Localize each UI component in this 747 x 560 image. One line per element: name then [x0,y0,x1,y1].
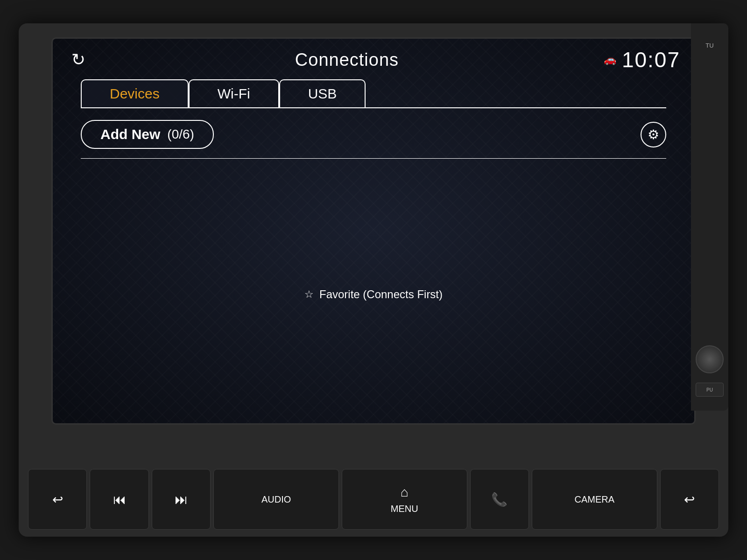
favorite-hint: ☆ Favorite (Connects First) [304,288,443,301]
bottom-controls: ↩ ⏮ ⏭ AUDIO ⌂ MENU 📞 CAMERA ↩ [19,462,728,537]
phone-icon: 📞 [491,492,507,507]
gear-icon: ⚙ [648,127,659,142]
driving-icon: 🚗 [604,54,616,66]
head-unit: ↺ Connections 🚗 10:07 Devices Wi-Fi USB [19,23,728,537]
tab-wifi[interactable]: Wi-Fi [189,79,279,107]
back-control-button[interactable]: ↩ [660,469,719,530]
screen-title: Connections [295,50,399,70]
header-status: 🚗 10:07 [604,47,680,72]
camera-label: CAMERA [574,494,614,505]
add-new-button[interactable]: Add New (0/6) [81,120,214,149]
power-button[interactable]: ↩ [28,469,87,530]
tab-bar: Devices Wi-Fi USB [53,79,694,107]
menu-label: MENU [391,504,418,514]
tab-usb[interactable]: USB [279,79,366,107]
pu-button[interactable]: PU [696,383,724,397]
favorite-hint-text: Favorite (Connects First) [319,288,443,301]
toolbar: Add New (0/6) ⚙ [81,120,666,149]
home-icon: ⌂ [401,485,409,500]
device-list: ☆ Favorite (Connects First) [81,166,666,315]
volume-knob[interactable] [696,345,724,373]
tab-devices[interactable]: Devices [81,79,189,108]
audio-label: AUDIO [261,494,291,505]
power-icon: ↩ [52,492,63,507]
back-control-icon: ↩ [684,492,695,507]
device-count-badge: (0/6) [167,127,194,142]
prev-track-button[interactable]: ⏮ [90,469,148,530]
right-side-panel: TU PU [691,23,728,411]
back-arrow-icon: ↺ [71,50,85,70]
clock-display: 10:07 [622,47,680,72]
menu-button[interactable]: ⌂ MENU [342,469,467,530]
header-bar: ↺ Connections 🚗 10:07 [53,39,694,79]
camera-button[interactable]: CAMERA [532,469,657,530]
tu-label: TU [705,42,713,49]
add-new-label: Add New [100,126,160,142]
settings-button[interactable]: ⚙ [641,122,666,147]
back-button[interactable]: ↺ [67,48,90,71]
content-area: Add New (0/6) ⚙ ☆ Favorite (Connects Fir… [53,108,694,324]
star-icon: ☆ [304,288,314,301]
display-screen: ↺ Connections 🚗 10:07 Devices Wi-Fi USB [51,37,696,425]
next-track-icon: ⏭ [175,492,188,507]
phone-button[interactable]: 📞 [470,469,529,530]
prev-track-icon: ⏮ [113,492,126,507]
next-track-button[interactable]: ⏭ [152,469,211,530]
separator [81,158,666,159]
audio-button[interactable]: AUDIO [213,469,339,530]
